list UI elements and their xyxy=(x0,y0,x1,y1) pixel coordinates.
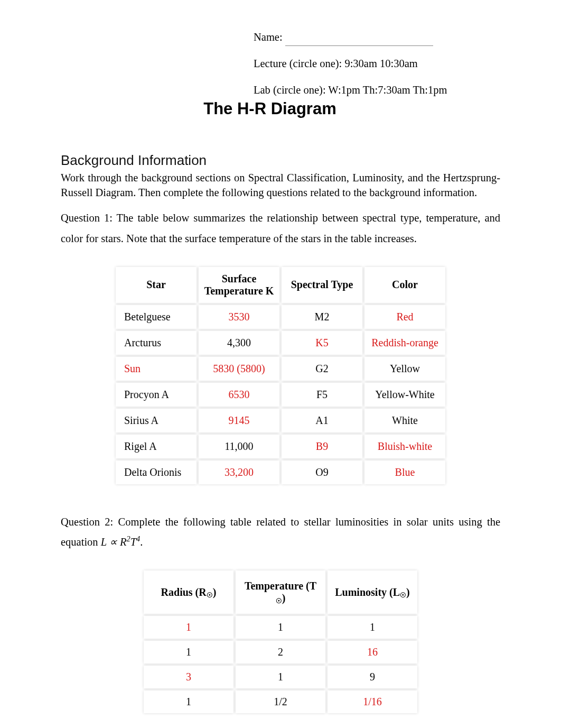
table-row: 11/21/16 xyxy=(144,690,417,713)
table-cell: B9 xyxy=(282,435,362,458)
luminosity-table: Radius (R☉) Temperature (T ☉) Luminosity… xyxy=(142,568,419,715)
table-cell: 9145 xyxy=(199,409,279,432)
table-cell: 2 xyxy=(236,641,325,664)
table-cell: White xyxy=(364,409,445,432)
table-cell: F5 xyxy=(282,383,362,407)
col-spec: Spectral Type xyxy=(282,267,362,303)
lecture-row: Lecture (circle one): 9:30am 10:30am xyxy=(254,56,500,72)
table-cell: Red xyxy=(364,305,445,329)
table-cell: Yellow xyxy=(364,357,445,381)
table-cell: Rigel A xyxy=(116,435,197,458)
section-heading: Background Information xyxy=(61,152,500,169)
table-cell: 1 xyxy=(236,616,325,639)
table-cell: 1/2 xyxy=(236,690,325,713)
table-header-row: Radius (R☉) Temperature (T ☉) Luminosity… xyxy=(144,570,417,614)
header-block: Name: Lecture (circle one): 9:30am 10:30… xyxy=(254,29,500,98)
table-cell: 3530 xyxy=(199,305,279,329)
q2-equation: L ∝ R2T4 xyxy=(101,536,141,548)
table-cell: M2 xyxy=(282,305,362,329)
table-cell: 1 xyxy=(328,616,417,639)
table-cell: 1 xyxy=(144,641,233,664)
table-row: Rigel A11,000B9Bluish-white xyxy=(116,435,445,458)
q2-suffix: . xyxy=(140,536,143,548)
col-temperature: Temperature (T ☉) xyxy=(236,570,325,614)
col-temp: Surface Temperature K xyxy=(199,267,279,303)
table-row: Sirius A9145A1White xyxy=(116,409,445,432)
lab-row: Lab (circle one): W:1pm Th:7:30am Th:1pm xyxy=(254,82,500,99)
col-luminosity: Luminosity (L☉) xyxy=(328,570,417,614)
table-cell: Procyon A xyxy=(116,383,197,407)
name-label: Name: xyxy=(254,31,283,43)
table-cell: O9 xyxy=(282,460,362,484)
table-cell: 1 xyxy=(236,666,325,688)
table-cell: G2 xyxy=(282,357,362,381)
table-row: Sun5830 (5800)G2Yellow xyxy=(116,357,445,381)
table-cell: 9 xyxy=(328,666,417,688)
table-cell: 3 xyxy=(144,666,233,688)
table-cell: 1/16 xyxy=(328,690,417,713)
table-cell: 1 xyxy=(144,616,233,639)
table-cell: Sun xyxy=(116,357,197,381)
table-cell: A1 xyxy=(282,409,362,432)
table-row: Betelguese3530M2Red xyxy=(116,305,445,329)
col-color: Color xyxy=(364,267,445,303)
page-title: The H-R Diagram xyxy=(61,99,500,118)
table-row: 1216 xyxy=(144,641,417,664)
table-cell: Yellow-White xyxy=(364,383,445,407)
table-cell: Bluish-white xyxy=(364,435,445,458)
name-row: Name: xyxy=(254,29,500,46)
table-cell: Blue xyxy=(364,460,445,484)
table-cell: Betelguese xyxy=(116,305,197,329)
table-cell: 4,300 xyxy=(199,331,279,355)
table-cell: 6530 xyxy=(199,383,279,407)
question-1-text: Question 1: The table below summarizes t… xyxy=(61,208,500,249)
name-input-line[interactable] xyxy=(285,45,433,46)
table-row: Arcturus4,300K5Reddish-orange xyxy=(116,331,445,355)
table-header-row: Star Surface Temperature K Spectral Type… xyxy=(116,267,445,303)
question-2-text: Question 2: Complete the following table… xyxy=(61,512,500,553)
table-cell: 11,000 xyxy=(199,435,279,458)
col-star: Star xyxy=(116,267,197,303)
table-row: Procyon A6530F5Yellow-White xyxy=(116,383,445,407)
table-cell: Delta Orionis xyxy=(116,460,197,484)
table-cell: Sirius A xyxy=(116,409,197,432)
table-cell: K5 xyxy=(282,331,362,355)
table-cell: 16 xyxy=(328,641,417,664)
table-cell: 1 xyxy=(144,690,233,713)
col-radius: Radius (R☉) xyxy=(144,570,233,614)
star-table: Star Surface Temperature K Spectral Type… xyxy=(114,265,447,486)
table-row: 319 xyxy=(144,666,417,688)
table-cell: 33,200 xyxy=(199,460,279,484)
table-cell: Arcturus xyxy=(116,331,197,355)
table-cell: Reddish-orange xyxy=(364,331,445,355)
table-cell: 5830 (5800) xyxy=(199,357,279,381)
table-row: 111 xyxy=(144,616,417,639)
intro-paragraph: Work through the background sections on … xyxy=(61,171,500,200)
table-row: Delta Orionis33,200O9Blue xyxy=(116,460,445,484)
